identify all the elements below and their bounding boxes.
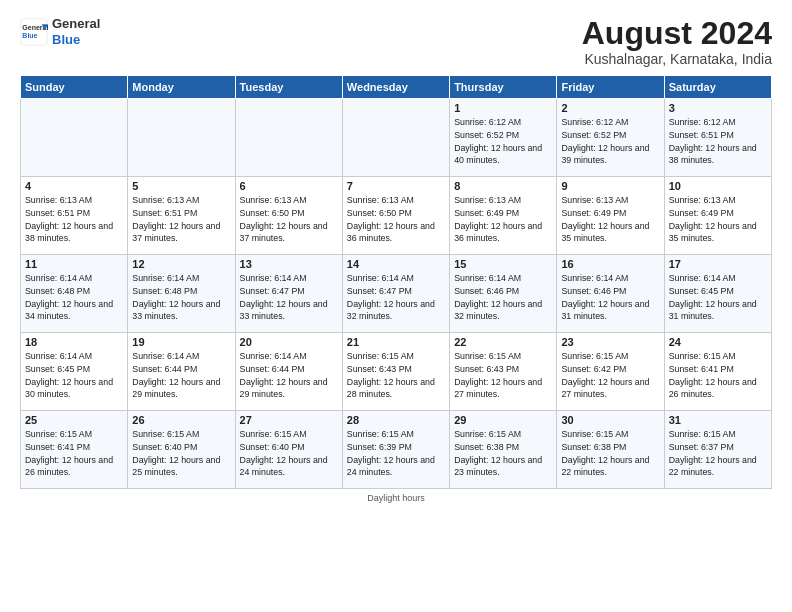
day-cell: 7Sunrise: 6:13 AM Sunset: 6:50 PM Daylig… (342, 177, 449, 255)
day-cell: 14Sunrise: 6:14 AM Sunset: 6:47 PM Dayli… (342, 255, 449, 333)
col-header-wednesday: Wednesday (342, 76, 449, 99)
day-info: Sunrise: 6:13 AM Sunset: 6:49 PM Dayligh… (561, 194, 659, 245)
day-number: 8 (454, 180, 552, 192)
col-header-sunday: Sunday (21, 76, 128, 99)
day-cell: 23Sunrise: 6:15 AM Sunset: 6:42 PM Dayli… (557, 333, 664, 411)
day-number: 15 (454, 258, 552, 270)
day-info: Sunrise: 6:14 AM Sunset: 6:46 PM Dayligh… (561, 272, 659, 323)
day-cell: 15Sunrise: 6:14 AM Sunset: 6:46 PM Dayli… (450, 255, 557, 333)
day-info: Sunrise: 6:13 AM Sunset: 6:50 PM Dayligh… (240, 194, 338, 245)
day-info: Sunrise: 6:14 AM Sunset: 6:46 PM Dayligh… (454, 272, 552, 323)
day-number: 13 (240, 258, 338, 270)
week-row-1: 1Sunrise: 6:12 AM Sunset: 6:52 PM Daylig… (21, 99, 772, 177)
col-header-friday: Friday (557, 76, 664, 99)
day-info: Sunrise: 6:12 AM Sunset: 6:52 PM Dayligh… (561, 116, 659, 167)
day-number: 21 (347, 336, 445, 348)
day-number: 11 (25, 258, 123, 270)
day-cell: 17Sunrise: 6:14 AM Sunset: 6:45 PM Dayli… (664, 255, 771, 333)
day-info: Sunrise: 6:15 AM Sunset: 6:38 PM Dayligh… (561, 428, 659, 479)
day-number: 31 (669, 414, 767, 426)
day-info: Sunrise: 6:13 AM Sunset: 6:49 PM Dayligh… (669, 194, 767, 245)
day-info: Sunrise: 6:14 AM Sunset: 6:45 PM Dayligh… (25, 350, 123, 401)
day-cell: 8Sunrise: 6:13 AM Sunset: 6:49 PM Daylig… (450, 177, 557, 255)
day-number: 29 (454, 414, 552, 426)
day-cell: 12Sunrise: 6:14 AM Sunset: 6:48 PM Dayli… (128, 255, 235, 333)
day-cell: 31Sunrise: 6:15 AM Sunset: 6:37 PM Dayli… (664, 411, 771, 489)
svg-text:Blue: Blue (22, 32, 37, 39)
logo-icon: General Blue (20, 18, 48, 46)
day-cell: 6Sunrise: 6:13 AM Sunset: 6:50 PM Daylig… (235, 177, 342, 255)
day-info: Sunrise: 6:14 AM Sunset: 6:45 PM Dayligh… (669, 272, 767, 323)
col-header-saturday: Saturday (664, 76, 771, 99)
day-info: Sunrise: 6:14 AM Sunset: 6:48 PM Dayligh… (25, 272, 123, 323)
day-number: 25 (25, 414, 123, 426)
day-cell: 24Sunrise: 6:15 AM Sunset: 6:41 PM Dayli… (664, 333, 771, 411)
day-number: 4 (25, 180, 123, 192)
day-info: Sunrise: 6:13 AM Sunset: 6:49 PM Dayligh… (454, 194, 552, 245)
day-info: Sunrise: 6:15 AM Sunset: 6:42 PM Dayligh… (561, 350, 659, 401)
day-number: 9 (561, 180, 659, 192)
day-number: 3 (669, 102, 767, 114)
day-cell (235, 99, 342, 177)
day-number: 1 (454, 102, 552, 114)
day-cell: 28Sunrise: 6:15 AM Sunset: 6:39 PM Dayli… (342, 411, 449, 489)
day-number: 24 (669, 336, 767, 348)
day-cell: 10Sunrise: 6:13 AM Sunset: 6:49 PM Dayli… (664, 177, 771, 255)
subtitle: Kushalnagar, Karnataka, India (582, 51, 772, 67)
day-info: Sunrise: 6:15 AM Sunset: 6:41 PM Dayligh… (669, 350, 767, 401)
day-info: Sunrise: 6:13 AM Sunset: 6:50 PM Dayligh… (347, 194, 445, 245)
day-number: 27 (240, 414, 338, 426)
day-cell: 19Sunrise: 6:14 AM Sunset: 6:44 PM Dayli… (128, 333, 235, 411)
week-row-5: 25Sunrise: 6:15 AM Sunset: 6:41 PM Dayli… (21, 411, 772, 489)
day-info: Sunrise: 6:14 AM Sunset: 6:44 PM Dayligh… (132, 350, 230, 401)
day-cell: 9Sunrise: 6:13 AM Sunset: 6:49 PM Daylig… (557, 177, 664, 255)
day-info: Sunrise: 6:15 AM Sunset: 6:40 PM Dayligh… (132, 428, 230, 479)
day-number: 19 (132, 336, 230, 348)
calendar-table: SundayMondayTuesdayWednesdayThursdayFrid… (20, 75, 772, 489)
day-info: Sunrise: 6:13 AM Sunset: 6:51 PM Dayligh… (25, 194, 123, 245)
col-header-monday: Monday (128, 76, 235, 99)
title-block: August 2024 Kushalnagar, Karnataka, Indi… (582, 16, 772, 67)
day-info: Sunrise: 6:15 AM Sunset: 6:40 PM Dayligh… (240, 428, 338, 479)
footer: Daylight hours (20, 493, 772, 503)
week-row-3: 11Sunrise: 6:14 AM Sunset: 6:48 PM Dayli… (21, 255, 772, 333)
day-info: Sunrise: 6:15 AM Sunset: 6:37 PM Dayligh… (669, 428, 767, 479)
day-info: Sunrise: 6:15 AM Sunset: 6:41 PM Dayligh… (25, 428, 123, 479)
col-header-thursday: Thursday (450, 76, 557, 99)
day-number: 26 (132, 414, 230, 426)
day-number: 12 (132, 258, 230, 270)
day-info: Sunrise: 6:15 AM Sunset: 6:43 PM Dayligh… (347, 350, 445, 401)
day-info: Sunrise: 6:14 AM Sunset: 6:44 PM Dayligh… (240, 350, 338, 401)
day-info: Sunrise: 6:13 AM Sunset: 6:51 PM Dayligh… (132, 194, 230, 245)
day-number: 6 (240, 180, 338, 192)
day-info: Sunrise: 6:15 AM Sunset: 6:39 PM Dayligh… (347, 428, 445, 479)
day-info: Sunrise: 6:15 AM Sunset: 6:43 PM Dayligh… (454, 350, 552, 401)
day-cell: 18Sunrise: 6:14 AM Sunset: 6:45 PM Dayli… (21, 333, 128, 411)
day-cell: 26Sunrise: 6:15 AM Sunset: 6:40 PM Dayli… (128, 411, 235, 489)
day-number: 20 (240, 336, 338, 348)
day-cell: 29Sunrise: 6:15 AM Sunset: 6:38 PM Dayli… (450, 411, 557, 489)
day-number: 30 (561, 414, 659, 426)
day-info: Sunrise: 6:15 AM Sunset: 6:38 PM Dayligh… (454, 428, 552, 479)
day-cell: 11Sunrise: 6:14 AM Sunset: 6:48 PM Dayli… (21, 255, 128, 333)
day-number: 14 (347, 258, 445, 270)
day-number: 10 (669, 180, 767, 192)
day-cell: 22Sunrise: 6:15 AM Sunset: 6:43 PM Dayli… (450, 333, 557, 411)
page: General Blue General Blue August 2024 Ku… (0, 0, 792, 612)
logo: General Blue General Blue (20, 16, 100, 47)
day-info: Sunrise: 6:14 AM Sunset: 6:48 PM Dayligh… (132, 272, 230, 323)
day-cell: 25Sunrise: 6:15 AM Sunset: 6:41 PM Dayli… (21, 411, 128, 489)
day-cell: 4Sunrise: 6:13 AM Sunset: 6:51 PM Daylig… (21, 177, 128, 255)
day-info: Sunrise: 6:12 AM Sunset: 6:51 PM Dayligh… (669, 116, 767, 167)
day-number: 23 (561, 336, 659, 348)
day-number: 16 (561, 258, 659, 270)
day-cell: 5Sunrise: 6:13 AM Sunset: 6:51 PM Daylig… (128, 177, 235, 255)
day-number: 5 (132, 180, 230, 192)
logo-text: General Blue (52, 16, 100, 47)
header: General Blue General Blue August 2024 Ku… (20, 16, 772, 67)
day-info: Sunrise: 6:14 AM Sunset: 6:47 PM Dayligh… (347, 272, 445, 323)
col-header-tuesday: Tuesday (235, 76, 342, 99)
day-cell: 27Sunrise: 6:15 AM Sunset: 6:40 PM Dayli… (235, 411, 342, 489)
day-cell (128, 99, 235, 177)
main-title: August 2024 (582, 16, 772, 51)
